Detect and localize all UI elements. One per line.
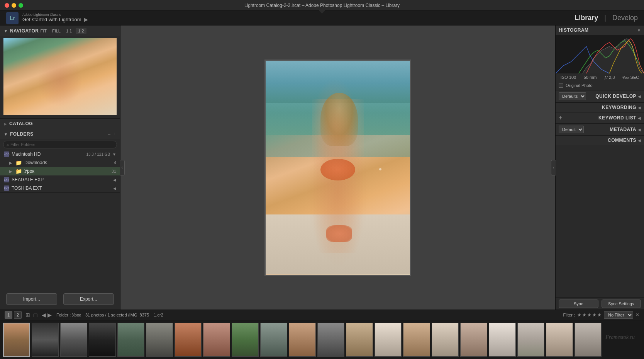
filmstrip-thumb-14[interactable] [375,323,402,357]
drive-toshiba-arrow[interactable]: ◀ [113,186,116,191]
nav-fill[interactable]: FILL [51,28,62,34]
minimize-button[interactable] [12,3,16,8]
filmstrip-thumb-20[interactable] [546,323,573,357]
traffic-lights[interactable] [5,3,23,8]
photo-count-info: 31 photos / 1 selected /IMG_8375__1.cr2 [85,313,163,317]
page-1-btn[interactable]: 1 [5,311,12,319]
sync-button[interactable]: Sync [559,299,598,308]
brand-info: Adobe Lightroom Classic Get started with… [22,13,88,23]
filmstrip-thumb-21[interactable] [575,323,602,357]
star-1[interactable]: ★ [577,312,581,318]
getting-started-arrow[interactable]: ▶ [84,17,88,22]
page-2-btn[interactable]: 2 [14,311,22,319]
filmstrip-thumb-12[interactable] [317,323,344,357]
import-button[interactable]: Import... [6,293,57,305]
filmstrip-thumb-17[interactable] [460,323,487,357]
histogram-section: Histogram ▼ [556,26,644,90]
drive-seagate-name: SEAGATE EXP [12,177,111,182]
star-4[interactable]: ★ [592,312,597,318]
filter-dropdown[interactable]: No Filter [604,311,633,319]
keywording-row[interactable]: Keywording ◀ [556,103,644,112]
watermark: Framestok.ru [602,334,638,340]
histogram-title: Histogram [559,27,589,33]
filmstrip-thumb-2[interactable] [32,323,59,357]
filmstrip-thumb-16[interactable] [432,323,459,357]
metadata-row[interactable]: Default Metadata ◀ [556,124,644,136]
window-title: Lightroom Catalog-2-2.lrcat – Adobe Phot… [244,3,400,8]
export-button[interactable]: Export... [63,293,114,305]
grid-view-icon[interactable]: ⊞ [25,311,31,319]
histogram-header[interactable]: Histogram ▼ [556,26,644,35]
navigator-image[interactable] [3,38,117,115]
filter-end-btn[interactable]: ✕ [636,312,639,318]
filter-folders-input[interactable]: ⌕ Filter Folders [3,141,117,148]
nav-library[interactable]: Library [575,14,598,22]
metadata-title: Metadata [610,127,636,132]
comments-row[interactable]: Comments ◀ [556,136,644,145]
qd-preset-select[interactable]: Defaults [559,92,586,100]
prev-arrow[interactable]: ◀ [42,312,46,318]
nav-1to1[interactable]: 1:1 [64,28,73,34]
sync-settings-button[interactable]: Sync Settings [602,299,641,308]
filmstrip-thumb-18[interactable] [489,323,516,357]
navigator-preview [0,36,120,118]
nav-zoom[interactable]: 1:2 [76,28,86,34]
drive-toshiba[interactable]: EXT TOSHIBA EXT ◀ [0,184,120,192]
filmstrip-pages: 1 2 [5,311,22,319]
catalog-section: ▶ Catalog [0,119,120,129]
nav-fit[interactable]: FIT [39,28,48,34]
histogram-dropdown-icon[interactable]: ▼ [637,28,641,32]
filmstrip-thumb-19[interactable] [517,323,544,357]
loupe-view-icon[interactable]: ◻ [32,311,39,319]
filmstrip-thumb-13[interactable] [346,323,373,357]
star-2[interactable]: ★ [582,312,586,318]
left-panel-collapse[interactable]: ‹ [120,160,125,175]
filmstrip-thumb-8[interactable] [203,323,230,357]
keywording-title: Keywording [602,105,636,110]
filmstrip: Framestok.ru [0,320,644,359]
right-panel: Histogram ▼ [555,26,644,310]
filmstrip-thumb-15[interactable] [403,323,430,357]
star-3[interactable]: ★ [587,312,591,318]
maximize-button[interactable] [19,3,23,8]
navigator-controls: FIT FILL 1:1 1:2 [39,28,86,34]
filmstrip-thumb-10[interactable] [260,323,287,357]
next-arrow[interactable]: ▶ [47,312,52,318]
folder-urok-name: Урок [24,168,109,174]
filmstrip-thumb-5[interactable] [117,323,144,357]
nav-develop[interactable]: Develop [612,14,638,22]
catalog-header[interactable]: ▶ Catalog [0,119,120,129]
original-photo-checkbox[interactable] [559,83,563,88]
right-panel-collapse[interactable]: › [551,160,556,175]
keyword-list-plus[interactable]: + [559,114,562,121]
folder-downloads-name: Downloads [24,160,112,165]
filmstrip-thumb-6[interactable] [146,323,173,357]
folder-downloads-arrow: ▶ [9,161,13,165]
filmstrip-thumb-4[interactable] [89,323,116,357]
folders-plus-btn[interactable]: + [114,131,116,137]
main-photo[interactable] [264,60,411,276]
filmstrip-thumb-9[interactable] [232,323,259,357]
drive-seagate-arrow[interactable]: ◀ [113,178,116,182]
metadata-preset-select[interactable]: Default [559,126,584,133]
folders-header[interactable]: ▼ Folders – + [0,129,120,139]
keyword-list-row[interactable]: + Keyword List ◀ [556,112,644,124]
histogram-iso: ISO 100 [561,75,576,80]
star-5[interactable]: ★ [597,312,602,318]
folder-urok[interactable]: ▶ 📁 Урок 31 [0,167,120,175]
filmstrip-thumb-7[interactable] [175,323,202,357]
comments-title: Comments [608,138,636,143]
filter-stars: ★ ★ ★ ★ ★ [577,312,602,318]
navigator-header[interactable]: ▼ Navigator FIT FILL 1:1 1:2 [0,26,120,36]
filmstrip-thumb-1[interactable] [3,323,30,357]
drive-seagate[interactable]: EXT SEAGATE EXP ◀ [0,175,120,184]
drive-hd-dropdown[interactable]: ▼ [112,152,116,157]
folders-minus-btn[interactable]: – [108,131,110,137]
quick-develop-header[interactable]: Defaults Quick Develop ◀ [556,90,644,102]
drive-hd-size: 13,3 / 121 GB [86,152,110,157]
drive-macintosh-hd[interactable]: HDD Macintosh HD 13,3 / 121 GB ▼ [0,150,120,158]
folder-downloads[interactable]: ▶ 📁 Downloads 4 [0,158,120,167]
filmstrip-thumb-11[interactable] [289,323,316,357]
close-button[interactable] [5,3,9,8]
filmstrip-thumb-3[interactable] [60,323,87,357]
